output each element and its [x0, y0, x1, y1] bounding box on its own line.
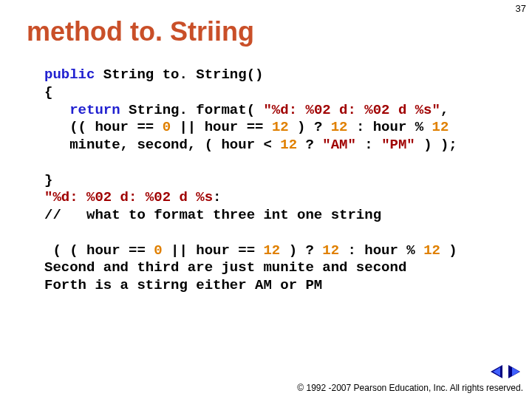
nav-arrows [491, 365, 522, 378]
code-text: , [440, 102, 449, 118]
string-literal: "%d: %02 d: %02 d %s [44, 189, 213, 205]
code-text: ) [440, 242, 457, 259]
code-text: || hour == [171, 119, 272, 135]
code-text: { [44, 84, 52, 100]
code-text: || hour == [163, 242, 264, 259]
code-text: : hour % [348, 119, 432, 135]
keyword-return: return [44, 102, 120, 118]
code-text: ( ( hour == [44, 242, 154, 259]
code-comment: // what to format three int one string [44, 207, 381, 223]
code-text: minute, second, ( hour < [44, 137, 280, 153]
arrow-right-icon [508, 365, 520, 378]
number-literal: 12 [331, 119, 348, 135]
number-literal: 0 [154, 242, 162, 259]
code-text: : [213, 189, 221, 205]
code-text: (( hour == [44, 119, 163, 135]
code-text: Forth is a stirng either AM or PM [44, 277, 322, 293]
number-literal: 12 [423, 242, 440, 259]
code-text: } [44, 172, 52, 188]
number-literal: 12 [432, 119, 449, 135]
code-text: ? [297, 137, 322, 153]
code-text: String. format( [120, 102, 264, 118]
code-text: ) ); [415, 137, 457, 153]
code-text: ) ? [280, 242, 322, 259]
page-number: 37 [516, 3, 526, 14]
number-literal: 12 [322, 242, 339, 259]
number-literal: 12 [263, 242, 280, 259]
code-text: String to. String() [95, 66, 263, 83]
code-text: : hour % [339, 242, 423, 259]
code-text: : [356, 137, 381, 153]
string-literal: "%d: %02 d: %02 d %s" [263, 102, 440, 118]
string-literal: "PM" [381, 137, 415, 153]
code-block: public String to. String() { return Stri… [44, 66, 532, 295]
number-literal: 12 [280, 137, 297, 153]
prev-slide-button[interactable] [491, 365, 504, 378]
number-literal: 0 [163, 119, 171, 135]
next-slide-button[interactable] [508, 365, 522, 378]
copyright-text: © 1992 -2007 Pearson Education, Inc. All… [297, 383, 523, 393]
arrow-left-icon [491, 365, 502, 378]
slide-title: method to. Striing [0, 0, 532, 47]
code-text: ) ? [289, 119, 331, 135]
number-literal: 12 [272, 119, 289, 135]
string-literal: "AM" [322, 137, 356, 153]
keyword-public: public [44, 66, 95, 83]
code-text: Second and third are just munite and sec… [44, 259, 406, 276]
